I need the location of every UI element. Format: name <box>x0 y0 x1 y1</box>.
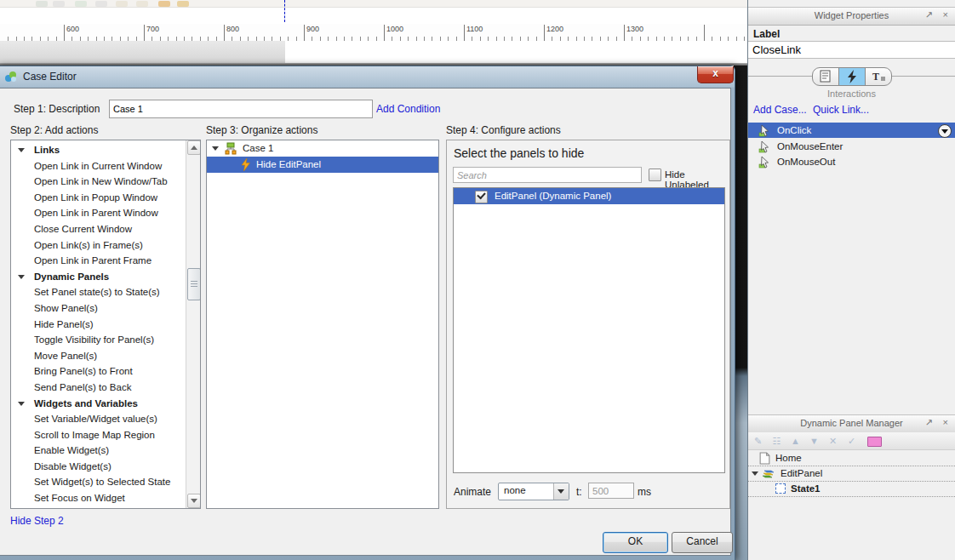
panel-row-selected[interactable]: EditPanel (Dynamic Panel) <box>454 188 724 204</box>
move-up-icon[interactable]: ▲ <box>789 435 802 447</box>
chevron-down-icon[interactable] <box>938 124 952 138</box>
collapse-expander-icon[interactable] <box>18 402 25 406</box>
action-item[interactable]: Close Current Window <box>11 221 186 237</box>
action-item[interactable]: Move Panel(s) <box>11 348 186 364</box>
widget-properties-header[interactable]: Widget Properties ↗ × <box>748 7 955 26</box>
case-tree-row[interactable]: Case 1 <box>207 140 438 157</box>
action-item[interactable]: Open Link in Parent Window <box>11 205 186 221</box>
tab-annotations[interactable] <box>812 67 839 86</box>
action-item[interactable]: Enable Widget(s) <box>11 443 186 459</box>
toolbar-icon[interactable] <box>116 1 128 7</box>
quick-link-link[interactable]: Quick Link... <box>813 104 869 116</box>
toolbar-icon[interactable] <box>75 1 87 7</box>
animate-dropdown[interactable]: none <box>498 483 569 500</box>
action-item[interactable]: Send Panel(s) to Back <box>11 380 186 396</box>
design-canvas[interactable] <box>0 41 747 63</box>
action-item[interactable]: Set Panel state(s) to State(s) <box>11 284 186 300</box>
chevron-down-icon[interactable] <box>553 483 569 500</box>
action-item[interactable]: Disable Widget(s) <box>11 459 186 475</box>
event-row-onmouseenter[interactable]: OnMouseEnter <box>748 139 955 154</box>
duplicate-state-icon[interactable]: ✓ <box>845 435 858 447</box>
action-label: Bring Panel(s) to Front <box>34 366 133 376</box>
toolbar-icon[interactable] <box>53 1 65 7</box>
action-category[interactable]: Dynamic Panels <box>11 269 186 285</box>
float-panel-icon[interactable]: ↗ <box>925 417 933 428</box>
toolbar-icon[interactable] <box>158 1 170 7</box>
tree-row-label: EditPanel <box>781 468 822 478</box>
time-label: t: <box>576 486 582 498</box>
add-state-icon[interactable]: ☷ <box>770 435 783 447</box>
event-row-onmouseout[interactable]: OnMouseOut <box>748 154 955 169</box>
tab-formatting[interactable]: T <box>865 67 892 86</box>
action-item[interactable]: Hide Panel(s) <box>11 317 186 333</box>
action-item[interactable]: Open Link in New Window/Tab <box>11 174 186 190</box>
search-input[interactable] <box>453 167 642 183</box>
action-label: Open Link in Parent Window <box>34 208 158 218</box>
action-item[interactable]: Open Link in Parent Frame <box>11 253 186 269</box>
collapse-expander-icon[interactable] <box>752 471 758 476</box>
toolbar-icon[interactable] <box>136 1 148 7</box>
float-panel-icon[interactable]: ↗ <box>925 9 933 20</box>
action-label: Toggle Visibility for Panel(s) <box>34 334 154 345</box>
action-category[interactable]: Widgets and Variables <box>11 396 186 412</box>
tree-row-home[interactable]: Home <box>748 450 955 466</box>
case-description-input[interactable] <box>109 100 373 118</box>
ok-button[interactable]: OK <box>603 532 668 553</box>
add-case-link[interactable]: Add Case... <box>753 104 807 116</box>
move-down-icon[interactable]: ▼ <box>808 435 821 447</box>
tab-interactions[interactable] <box>838 67 866 86</box>
edit-state-icon[interactable]: ✎ <box>752 435 764 447</box>
collapse-expander-icon[interactable] <box>212 146 219 151</box>
toolbar-icon[interactable] <box>36 1 48 7</box>
panel-checkbox[interactable] <box>475 191 488 203</box>
hide-step2-link[interactable]: Hide Step 2 <box>10 515 64 527</box>
widget-label-input[interactable] <box>748 41 955 59</box>
scrollbar[interactable] <box>186 140 200 508</box>
toolbar-icon[interactable] <box>177 1 189 7</box>
scroll-thumb[interactable] <box>187 268 201 300</box>
action-tree-label: Hide EditPanel <box>256 159 321 169</box>
action-item[interactable]: Show Panel(s) <box>11 300 186 317</box>
ruler-tick <box>624 25 625 41</box>
ms-label: ms <box>638 486 651 498</box>
action-item[interactable]: Scroll to Image Map Region <box>11 427 186 443</box>
action-label: Set Widget(s) to Selected State <box>34 477 170 487</box>
step2-label: Step 2: Add actions <box>10 124 98 136</box>
action-category[interactable]: Links <box>11 142 186 158</box>
action-label: Send Panel(s) to Back <box>34 382 131 392</box>
panel-fill-icon[interactable] <box>867 437 882 447</box>
tree-row-editpanel[interactable]: EditPanel <box>748 466 955 482</box>
hide-unlabeled-checkbox[interactable] <box>649 169 661 181</box>
tree-row-state1[interactable]: State1 <box>748 481 955 497</box>
action-item[interactable]: Expand Tree Node(s) <box>11 506 186 509</box>
cursor-icon <box>758 124 771 137</box>
duration-input[interactable] <box>588 483 634 499</box>
action-item[interactable]: Set Variable/Widget value(s) <box>11 411 186 427</box>
dynamic-panel-manager-header[interactable]: Dynamic Panel Manager ↗ × <box>748 414 955 433</box>
collapse-expander-icon[interactable] <box>18 148 25 152</box>
action-item[interactable]: Open Link in Current Window <box>11 158 186 174</box>
panel-row-label: EditPanel (Dynamic Panel) <box>495 191 611 201</box>
action-item[interactable]: Bring Panel(s) to Front <box>11 363 186 380</box>
action-label: Open Link in New Window/Tab <box>34 176 168 186</box>
dialog-titlebar[interactable]: Case Editor x <box>0 66 735 88</box>
close-panel-icon[interactable]: × <box>943 9 948 20</box>
toolbar-icon[interactable] <box>95 1 107 7</box>
scroll-down-button[interactable] <box>187 494 201 508</box>
action-label: Open Link in Current Window <box>34 161 162 171</box>
action-label: Open Link(s) in Frame(s) <box>34 240 143 250</box>
close-icon[interactable]: x <box>697 66 734 83</box>
action-item[interactable]: Set Widget(s) to Selected State <box>11 474 186 490</box>
scroll-up-button[interactable] <box>187 140 201 155</box>
action-item[interactable]: Set Focus on Widget <box>11 490 186 506</box>
action-item[interactable]: Toggle Visibility for Panel(s) <box>11 332 186 348</box>
delete-state-icon[interactable]: ✕ <box>826 435 839 447</box>
cancel-button[interactable]: Cancel <box>672 532 733 553</box>
event-row-onclick[interactable]: OnClick <box>748 123 955 138</box>
add-condition-link[interactable]: Add Condition <box>376 103 440 115</box>
close-panel-icon[interactable]: × <box>943 417 948 427</box>
action-item[interactable]: Open Link(s) in Frame(s) <box>11 237 186 254</box>
collapse-expander-icon[interactable] <box>18 275 25 279</box>
action-tree-row-selected[interactable]: Hide EditPanel <box>207 157 438 173</box>
action-item[interactable]: Open Link in Popup Window <box>11 190 186 206</box>
